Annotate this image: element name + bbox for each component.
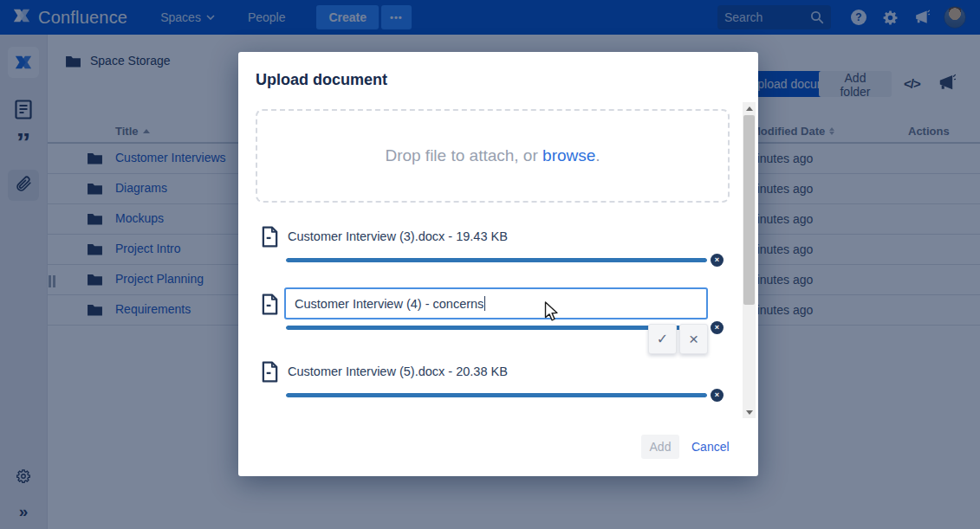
cancel-link[interactable]: Cancel — [691, 440, 730, 454]
filename-input[interactable]: Customer Interview (4) - concerns — [284, 287, 708, 319]
cancel-rename-button[interactable]: × — [679, 324, 708, 354]
app-window: Confluence Spaces People Create ••• Sear… — [0, 0, 980, 529]
dialog-title: Upload document — [256, 71, 387, 89]
scrollbar-up-arrow[interactable] — [743, 102, 756, 114]
upload-progress-bar — [286, 258, 707, 262]
mouse-cursor — [544, 301, 561, 327]
upload-progress-fill — [286, 393, 707, 397]
dropzone-prefix: Drop file to attach, or — [385, 146, 542, 165]
scrollbar-thumb[interactable] — [743, 115, 755, 305]
text-caret — [484, 296, 485, 311]
upload-progress-bar — [286, 326, 707, 330]
remove-file-button[interactable]: × — [711, 254, 724, 267]
remove-file-button[interactable]: × — [711, 389, 724, 402]
file-name-label: Customer Interview (5).docx - 20.38 KB — [288, 364, 508, 378]
document-icon — [261, 226, 279, 248]
upload-progress-fill — [286, 326, 707, 330]
dropzone-suffix: . — [595, 146, 600, 165]
upload-document-dialog: Upload document Drop file to attach, or … — [238, 52, 758, 476]
document-icon — [261, 361, 279, 383]
upload-progress-fill — [286, 258, 707, 262]
document-icon — [261, 294, 279, 315]
browse-link[interactable]: browse — [542, 146, 595, 165]
file-name-label: Customer Interview (3).docx - 19.43 KB — [288, 229, 508, 243]
confirm-rename-button[interactable]: ✓ — [648, 324, 677, 354]
add-button[interactable]: Add — [641, 435, 679, 459]
dropzone-text: Drop file to attach, or browse. — [385, 146, 600, 165]
modal-scrollbar[interactable] — [743, 102, 756, 418]
scrollbar-down-arrow[interactable] — [743, 406, 756, 418]
filename-input-value: Customer Interview (4) - concerns — [295, 297, 484, 311]
upload-progress-bar — [286, 393, 707, 397]
remove-file-button[interactable]: × — [711, 321, 724, 334]
file-dropzone[interactable]: Drop file to attach, or browse. — [256, 109, 730, 203]
